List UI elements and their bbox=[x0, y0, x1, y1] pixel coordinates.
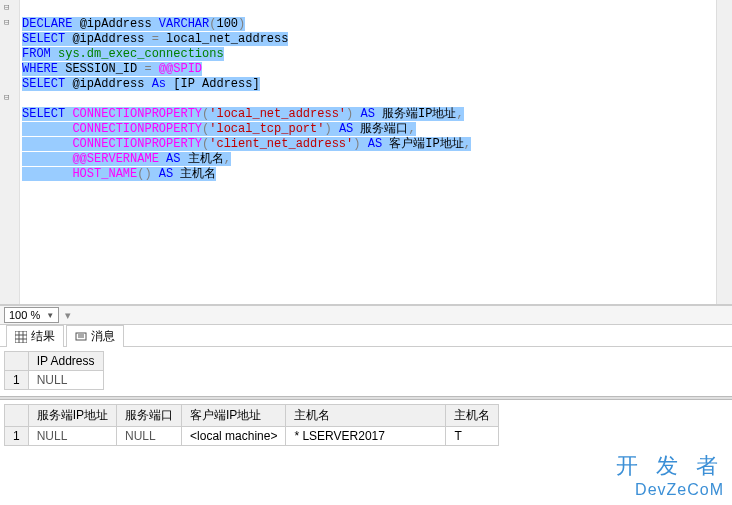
tab-messages-label: 消息 bbox=[91, 328, 115, 345]
table-row[interactable]: 1 NULL NULL <local machine> * LSERVER201… bbox=[5, 427, 499, 446]
watermark-line1: 开 发 者 bbox=[616, 451, 724, 481]
column-header[interactable]: 主机名 bbox=[446, 405, 499, 427]
watermark: 开 发 者 DevZeCoM bbox=[616, 451, 724, 499]
table-row[interactable]: 1 NULL bbox=[5, 371, 104, 390]
zoom-bar: 100 % ▼ ▾ bbox=[0, 305, 732, 325]
result-grid-1[interactable]: IP Address 1 NULL bbox=[4, 351, 104, 390]
tab-messages[interactable]: 消息 bbox=[66, 325, 124, 347]
tab-results[interactable]: 结果 bbox=[6, 325, 64, 347]
grid-splitter[interactable] bbox=[0, 396, 732, 400]
column-header[interactable]: 主机名 bbox=[286, 405, 446, 427]
tab-results-label: 结果 bbox=[31, 328, 55, 345]
result-grid-2[interactable]: 服务端IP地址 服务端口 客户端IP地址 主机名 主机名 1 NULL NULL… bbox=[4, 404, 499, 446]
corner-cell bbox=[5, 352, 29, 371]
dash-icon: ▾ bbox=[65, 309, 71, 322]
cell-value[interactable]: T bbox=[446, 427, 499, 446]
row-number: 1 bbox=[5, 427, 29, 446]
row-number: 1 bbox=[5, 371, 29, 390]
cell-value[interactable]: NULL bbox=[117, 427, 182, 446]
watermark-line2: DevZeCoM bbox=[616, 481, 724, 499]
table-header-row: IP Address bbox=[5, 352, 104, 371]
results-panel: IP Address 1 NULL 服务端IP地址 服务端口 客户端IP地址 主… bbox=[0, 351, 732, 446]
table-header-row: 服务端IP地址 服务端口 客户端IP地址 主机名 主机名 bbox=[5, 405, 499, 427]
svg-rect-0 bbox=[15, 331, 27, 343]
code-text[interactable]: DECLARE @ipAddress VARCHAR(100) SELECT @… bbox=[22, 2, 471, 197]
column-header[interactable]: 服务端口 bbox=[117, 405, 182, 427]
message-icon bbox=[75, 331, 87, 343]
editor-gutter: ⊟ ⊟ ⊟ bbox=[0, 0, 20, 304]
grid-icon bbox=[15, 331, 27, 343]
results-tabs: 结果 消息 bbox=[0, 325, 732, 347]
cell-value[interactable]: NULL bbox=[28, 427, 116, 446]
zoom-level-label: 100 % bbox=[9, 309, 40, 321]
fold-icon[interactable]: ⊟ bbox=[4, 92, 9, 103]
fold-icon[interactable]: ⊟ bbox=[4, 17, 9, 28]
cell-value[interactable]: <local machine> bbox=[182, 427, 286, 446]
column-header[interactable]: 服务端IP地址 bbox=[28, 405, 116, 427]
cell-value[interactable]: * LSERVER2017 bbox=[286, 427, 446, 446]
vertical-scrollbar[interactable] bbox=[716, 0, 732, 305]
column-header[interactable]: IP Address bbox=[28, 352, 103, 371]
fold-icon[interactable]: ⊟ bbox=[4, 2, 9, 13]
column-header[interactable]: 客户端IP地址 bbox=[182, 405, 286, 427]
sql-editor-pane[interactable]: ⊟ ⊟ ⊟ DECLARE @ipAddress VARCHAR(100) SE… bbox=[0, 0, 732, 305]
chevron-down-icon: ▼ bbox=[46, 311, 54, 320]
cell-value[interactable]: NULL bbox=[28, 371, 103, 390]
corner-cell bbox=[5, 405, 29, 427]
zoom-dropdown[interactable]: 100 % ▼ bbox=[4, 307, 59, 323]
